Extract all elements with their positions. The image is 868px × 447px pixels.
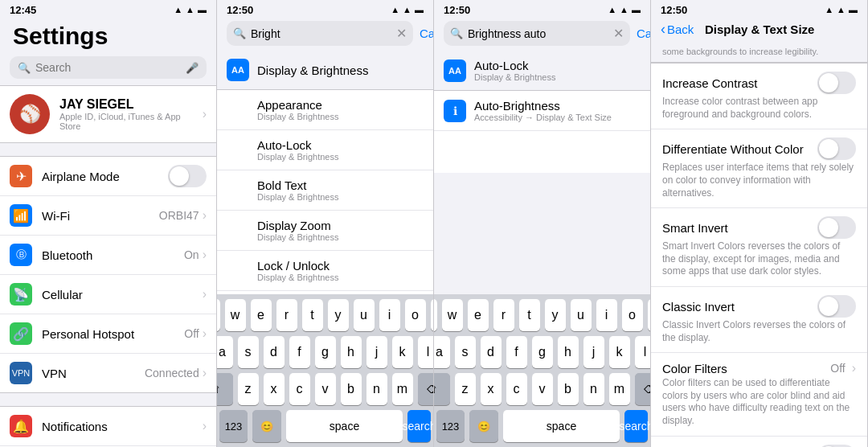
search-field-3[interactable]: 🔍 ✕	[444, 21, 630, 46]
key-h-3[interactable]: h	[558, 336, 579, 368]
key-delete[interactable]: ⌫	[418, 373, 435, 405]
row-reduce-white-point[interactable]: Reduce White Point Reduce the intensity …	[651, 437, 867, 447]
key-i[interactable]: i	[379, 299, 400, 331]
key-delete-3[interactable]: ⌫	[635, 373, 652, 405]
result-display-zoom[interactable]: Display Zoom Display & Brightness	[217, 211, 433, 251]
row-bluetooth[interactable]: Ⓑ Bluetooth On ›	[0, 236, 216, 275]
key-y[interactable]: y	[328, 299, 349, 331]
search-input-2[interactable]	[251, 27, 391, 40]
key-b-3[interactable]: b	[558, 373, 579, 405]
key-w[interactable]: w	[225, 299, 246, 331]
row-increase-contrast[interactable]: Increase Contrast Increase color contras…	[651, 64, 867, 129]
key-w-3[interactable]: w	[442, 299, 463, 331]
key-t-3[interactable]: t	[519, 299, 540, 331]
key-n[interactable]: n	[366, 373, 387, 405]
search-input-3[interactable]	[468, 27, 608, 40]
result-lock-unlock[interactable]: Lock / Unlock Display & Brightness	[217, 251, 433, 291]
key-t[interactable]: t	[302, 299, 323, 331]
key-z[interactable]: z	[238, 373, 259, 405]
result-autolock[interactable]: Auto-Lock Display & Brightness	[217, 130, 433, 170]
key-emoji-3[interactable]: 😊	[469, 410, 498, 442]
key-e-3[interactable]: e	[468, 299, 489, 331]
key-123-3[interactable]: 123	[436, 410, 465, 442]
key-h[interactable]: h	[341, 336, 362, 368]
classic-invert-toggle[interactable]	[817, 295, 856, 318]
cancel-button-2[interactable]: Cancel	[420, 27, 434, 40]
clear-button-3[interactable]: ✕	[613, 26, 624, 41]
key-g[interactable]: g	[315, 336, 336, 368]
row-notifications[interactable]: 🔔 Notifications ›	[0, 407, 216, 446]
key-space-2[interactable]: space	[286, 410, 403, 442]
result-bold-text[interactable]: Bold Text Display & Brightness	[217, 170, 433, 211]
key-q-3[interactable]: q	[434, 299, 437, 331]
result-auto-brightness[interactable]: ℹ Auto-Brightness Accessibility → Displa…	[434, 91, 650, 131]
key-d-3[interactable]: d	[481, 336, 502, 368]
key-j[interactable]: j	[366, 336, 387, 368]
settings-search-input[interactable]	[35, 61, 181, 74]
key-u[interactable]: u	[354, 299, 375, 331]
row-airplane[interactable]: ✈ Airplane Mode	[0, 157, 216, 196]
differentiate-color-toggle[interactable]	[817, 137, 856, 160]
key-r-3[interactable]: r	[493, 299, 514, 331]
key-x-3[interactable]: x	[481, 373, 502, 405]
key-q[interactable]: q	[217, 299, 220, 331]
key-x[interactable]: x	[264, 373, 285, 405]
result-autolock-3[interactable]: AA Auto-Lock Display & Brightness	[434, 51, 650, 91]
clear-button-2[interactable]: ✕	[396, 26, 407, 41]
key-d[interactable]: d	[264, 336, 285, 368]
key-o[interactable]: o	[405, 299, 426, 331]
key-emoji-2[interactable]: 😊	[252, 410, 281, 442]
key-m[interactable]: m	[392, 373, 413, 405]
increase-contrast-toggle[interactable]	[817, 72, 856, 94]
key-space-3[interactable]: space	[503, 410, 620, 442]
key-o-3[interactable]: o	[622, 299, 643, 331]
key-s[interactable]: s	[238, 336, 259, 368]
key-u-3[interactable]: u	[571, 299, 592, 331]
key-c-3[interactable]: c	[506, 373, 527, 405]
key-shift[interactable]: ⇧	[217, 373, 233, 405]
cancel-button-3[interactable]: Cancel	[637, 27, 651, 40]
result-display-brightness[interactable]: AA Display & Brightness	[217, 51, 433, 90]
key-k-3[interactable]: k	[609, 336, 630, 368]
key-s-3[interactable]: s	[455, 336, 476, 368]
key-f[interactable]: f	[289, 336, 310, 368]
key-a-3[interactable]: a	[434, 336, 450, 368]
key-v[interactable]: v	[315, 373, 336, 405]
key-z-3[interactable]: z	[455, 373, 476, 405]
key-g-3[interactable]: g	[532, 336, 553, 368]
reduce-white-point-toggle[interactable]	[817, 445, 856, 447]
result-appearance[interactable]: Appearance Display & Brightness	[217, 90, 433, 130]
key-l[interactable]: l	[418, 336, 435, 368]
profile-row[interactable]: ⚾ JAY SIEGEL Apple ID, iCloud, iTunes & …	[0, 85, 216, 143]
key-search-3[interactable]: search	[624, 410, 648, 442]
search-field-2[interactable]: 🔍 ✕	[227, 21, 413, 46]
row-vpn[interactable]: VPN VPN Connected ›	[0, 354, 216, 392]
row-cellular[interactable]: 📡 Cellular ›	[0, 275, 216, 314]
key-y-3[interactable]: y	[545, 299, 566, 331]
row-hotspot[interactable]: 🔗 Personal Hotspot Off ›	[0, 314, 216, 354]
key-f-3[interactable]: f	[506, 336, 527, 368]
key-l-3[interactable]: l	[635, 336, 652, 368]
row-differentiate-color[interactable]: Differentiate Without Color Replaces use…	[651, 129, 867, 208]
settings-search-bar[interactable]: 🔍 🎤	[10, 56, 207, 79]
key-i-3[interactable]: i	[596, 299, 617, 331]
key-b[interactable]: b	[341, 373, 362, 405]
key-v-3[interactable]: v	[532, 373, 553, 405]
key-shift-3[interactable]: ⇧	[434, 373, 450, 405]
row-color-filters[interactable]: Color Filters Off › Color filters can be…	[651, 353, 867, 436]
key-k[interactable]: k	[392, 336, 413, 368]
key-a[interactable]: a	[217, 336, 233, 368]
row-wifi[interactable]: 📶 Wi-Fi ORBI47 ›	[0, 196, 216, 236]
airplane-toggle[interactable]	[168, 165, 207, 187]
key-c[interactable]: c	[289, 373, 310, 405]
key-e[interactable]: e	[251, 299, 272, 331]
row-smart-invert[interactable]: Smart Invert Smart Invert Colors reverse…	[651, 208, 867, 287]
key-search-2[interactable]: search	[407, 410, 431, 442]
key-m-3[interactable]: m	[609, 373, 630, 405]
key-n-3[interactable]: n	[583, 373, 604, 405]
row-classic-invert[interactable]: Classic Invert Classic Invert Colors rev…	[651, 287, 867, 353]
key-123-2[interactable]: 123	[219, 410, 248, 442]
key-r[interactable]: r	[276, 299, 297, 331]
back-button[interactable]: ‹ Back	[661, 21, 694, 38]
smart-invert-toggle[interactable]	[817, 216, 856, 239]
